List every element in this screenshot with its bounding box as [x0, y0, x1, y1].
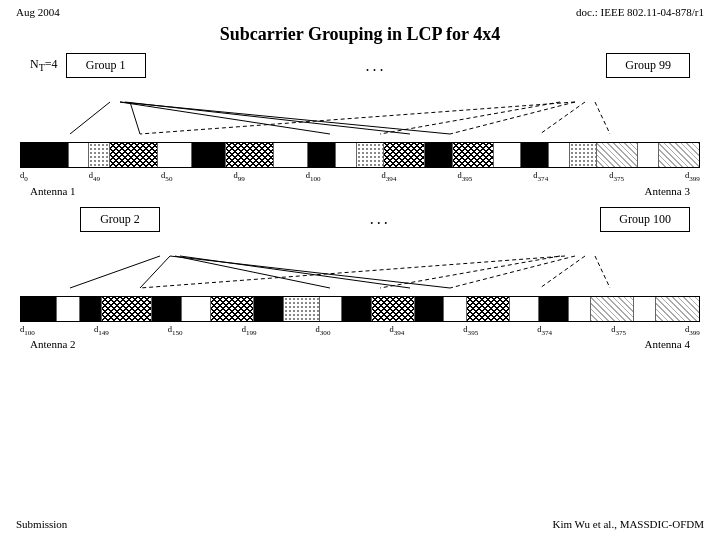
label-d395: d395 [457, 170, 472, 183]
bottom-strip-labels: d100 d149 d150 d199 d300 d394 d395 d374 … [20, 324, 700, 337]
label-d399: d399 [685, 170, 700, 183]
label-d150: d150 [168, 324, 183, 337]
cell-a1-1 [21, 143, 69, 167]
cell-b6 [182, 297, 211, 321]
label-d394: d394 [382, 170, 397, 183]
cell-b9 [284, 297, 320, 321]
label-d375b: d375 [611, 324, 626, 337]
svg-line-14 [380, 256, 560, 288]
cell-b20 [634, 297, 656, 321]
cell-a1-8 [274, 143, 308, 167]
svg-line-1 [130, 102, 140, 134]
svg-line-16 [540, 256, 585, 288]
cell-a3-3 [357, 143, 385, 167]
label-d395b: d395 [463, 324, 478, 337]
bottom-strip [20, 296, 700, 322]
group2-box: Group 2 [80, 207, 160, 232]
svg-line-7 [595, 102, 610, 134]
footer: Submission Kim Wu et al., MASSDIC-OFDM [0, 514, 720, 534]
footer-right: Kim Wu et al., MASSDIC-OFDM [552, 518, 704, 530]
svg-line-10 [70, 256, 160, 288]
dots-top: ... [365, 57, 386, 75]
label-d374b: d374 [537, 324, 552, 337]
cell-a1-5 [158, 143, 192, 167]
cell-a3-6 [453, 143, 494, 167]
cell-b14 [444, 297, 466, 321]
svg-line-6 [540, 102, 585, 134]
antenna1-label: Antenna 1 [30, 185, 76, 197]
cell-a3-10 [570, 143, 598, 167]
cell-b18 [569, 297, 591, 321]
antenna4-label: Antenna 4 [644, 338, 690, 350]
cell-a3-8 [521, 143, 549, 167]
cell-a1-2 [69, 143, 90, 167]
svg-line-8 [120, 102, 450, 134]
label-d49: d49 [89, 170, 100, 183]
label-d375: d375 [609, 170, 624, 183]
svg-line-0 [70, 102, 110, 134]
cell-b2 [57, 297, 79, 321]
footer-left: Submission [16, 518, 67, 530]
label-d99: d99 [233, 170, 244, 183]
label-d300: d300 [316, 324, 331, 337]
group1-box: Group 1 [66, 53, 146, 78]
cell-a3-5 [425, 143, 453, 167]
label-d149: d149 [94, 324, 109, 337]
cell-b8 [254, 297, 283, 321]
nt-label: NT=4 [30, 57, 58, 73]
cell-a1-3 [89, 143, 110, 167]
cell-b1 [21, 297, 57, 321]
cell-b21 [656, 297, 698, 321]
svg-line-2 [120, 102, 330, 134]
label-d100: d100 [306, 170, 321, 183]
svg-line-9 [140, 102, 575, 134]
label-d0: d0 [20, 170, 28, 183]
svg-line-3 [125, 102, 410, 134]
header-left: Aug 2004 [16, 6, 60, 18]
cell-a3-4 [384, 143, 425, 167]
dots-bottom: ... [370, 210, 391, 228]
svg-line-11 [140, 256, 170, 288]
cell-b10 [320, 297, 342, 321]
group99-box: Group 99 [606, 53, 690, 78]
cell-b3 [80, 297, 102, 321]
cell-b16 [510, 297, 539, 321]
top-lines-svg [20, 82, 700, 142]
antenna2-label: Antenna 2 [30, 338, 76, 350]
header-right: doc.: IEEE 802.11-04-878/r1 [576, 6, 704, 18]
cell-b5 [152, 297, 181, 321]
cell-b17 [539, 297, 568, 321]
cell-b15 [467, 297, 510, 321]
label-d199: d199 [242, 324, 257, 337]
label-d50: d50 [161, 170, 172, 183]
svg-line-4 [380, 102, 560, 134]
svg-line-15 [450, 256, 575, 288]
svg-line-17 [595, 256, 610, 288]
svg-line-5 [450, 102, 575, 134]
header: Aug 2004 doc.: IEEE 802.11-04-878/r1 [0, 0, 720, 20]
cell-a3-1 [308, 143, 336, 167]
cell-a3-9 [549, 143, 570, 167]
svg-line-12 [175, 256, 330, 288]
label-d100b: d100 [20, 324, 35, 337]
cell-a1-4 [110, 143, 158, 167]
cell-a3-11 [597, 143, 638, 167]
bottom-lines-svg [20, 236, 700, 296]
svg-line-13 [180, 256, 410, 288]
cell-b7 [211, 297, 254, 321]
svg-line-19 [140, 256, 565, 288]
svg-line-18 [170, 256, 450, 288]
cell-a1-7 [226, 143, 274, 167]
cell-a3-7 [494, 143, 522, 167]
cell-b4 [102, 297, 153, 321]
cell-a1-6 [192, 143, 226, 167]
cell-a3-12 [638, 143, 659, 167]
group100-box: Group 100 [600, 207, 690, 232]
cell-b13 [415, 297, 444, 321]
top-strip-labels: d0 d49 d50 d99 d100 d394 d395 d374 d375 … [20, 170, 700, 183]
label-d374: d374 [533, 170, 548, 183]
antenna3-label: Antenna 3 [644, 185, 690, 197]
cell-b12 [372, 297, 415, 321]
page-title: Subcarrier Grouping in LCP for 4x4 [0, 24, 720, 45]
cell-a3-2 [336, 143, 357, 167]
